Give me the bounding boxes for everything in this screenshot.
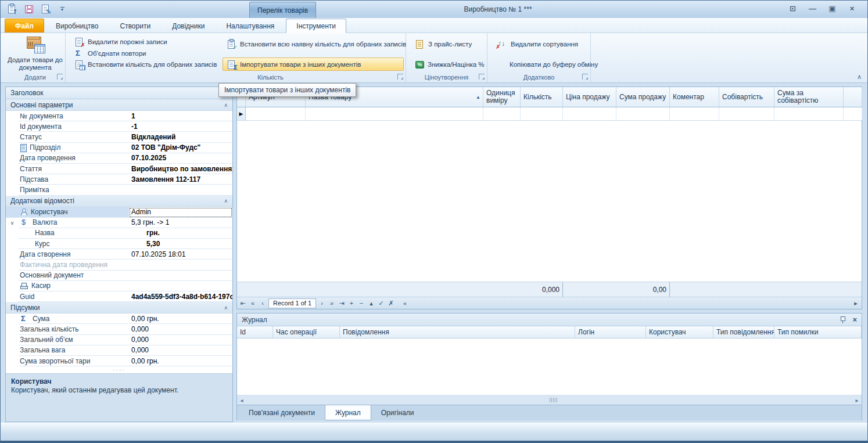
grid-cell[interactable]	[521, 107, 563, 120]
property-row-загальна-кількість[interactable]: Загальна кількість0,000	[6, 324, 232, 334]
navigator-button[interactable]: ✗	[387, 299, 395, 307]
ribbon-button-додати-товари-до-документа[interactable]: Додати товари до документа	[5, 34, 65, 71]
column-header-сума-за-собівартістю[interactable]: Сума за собівартістю	[774, 87, 844, 107]
qat-button-edit[interactable]: ✎	[39, 2, 52, 15]
tab-інструменти[interactable]: Інструменти	[286, 19, 346, 33]
journal-column-header-тип-повідомлення[interactable]: Тип повідомлення	[713, 326, 774, 338]
property-row-статус[interactable]: СтатусВідкладений	[6, 132, 232, 142]
tab-файл[interactable]: Файл	[5, 19, 44, 33]
tab-довідники[interactable]: Довідники	[162, 19, 214, 33]
property-value[interactable]: 0,000	[129, 335, 232, 345]
ribbon-button-копіювати-до-буферу-обміну[interactable]: Копіювати до буферу обміну	[492, 57, 587, 71]
grid-cell[interactable]	[246, 107, 306, 120]
property-value[interactable]: 4ad4a559-5df3-4a8d-b614-197c...	[129, 291, 232, 302]
property-value[interactable]: 0,000	[129, 345, 232, 356]
property-value[interactable]: 07.10.2025	[129, 153, 232, 164]
splitter-handle[interactable]: ····	[6, 366, 232, 373]
grid-cell[interactable]	[616, 107, 670, 120]
column-header-сума-продажу[interactable]: Сума продажу	[616, 87, 670, 107]
column-header-коментар[interactable]: Коментар	[670, 87, 719, 107]
minimize-button[interactable]: —	[806, 2, 819, 15]
tab-створити[interactable]: Створити	[110, 19, 160, 33]
property-value[interactable]: Замовлення 112-117	[129, 174, 232, 185]
property-value[interactable]: 5,3 грн. -> 1	[129, 218, 232, 228]
ribbon-button-знижка-націнка[interactable]: Знижка/Націнка %	[411, 57, 484, 71]
property-value[interactable]	[129, 260, 232, 270]
property-value[interactable]: -1	[129, 121, 232, 132]
property-row-загальна-вага[interactable]: Загальна вага0,000	[6, 345, 232, 356]
property-row-дата-проведення[interactable]: Дата проведення07.10.2025	[6, 153, 232, 164]
grid-cell[interactable]	[483, 107, 521, 120]
ribbon-collapse-icon[interactable]: ∧	[857, 73, 862, 81]
ribbon-button-об-єднати-повтори[interactable]: Об'єднати повтори	[70, 48, 218, 59]
scrollbar-thumb[interactable]	[550, 398, 558, 402]
property-row-підстава[interactable]: ПідставаЗамовлення 112-117	[6, 174, 232, 185]
property-row-сума-зворотньої-тари[interactable]: Сума зворотньої тари0,00 грн.	[6, 356, 232, 366]
navigator-button[interactable]: ▴	[367, 299, 375, 307]
property-value[interactable]	[129, 185, 232, 195]
journal-column-header-час-операції[interactable]: Час операції	[273, 326, 340, 338]
scroll-left-icon[interactable]: ◂	[400, 299, 408, 307]
document-tab[interactable]: Перелік товарів	[249, 2, 316, 18]
journal-column-header-тип-помилки[interactable]: Тип помилки	[774, 326, 862, 338]
navigator-button[interactable]: ✓	[377, 299, 385, 307]
property-row-примітка[interactable]: Примітка	[6, 185, 232, 195]
property-value[interactable]: Відкладений	[129, 132, 232, 142]
grid-cell[interactable]	[844, 107, 862, 120]
property-row-фактична-дата-проведення[interactable]: Фактична дата проведення	[6, 260, 232, 270]
property-row-курс[interactable]: Курс5,30	[6, 239, 232, 249]
row-indicator[interactable]: ▶	[237, 107, 246, 120]
property-value[interactable]: 5,30	[144, 239, 232, 249]
tab-виробництво[interactable]: Виробництво	[46, 19, 109, 33]
ribbon-button-видалити-сортування[interactable]: ✗Видалити сортування	[492, 37, 587, 51]
property-value[interactable]	[129, 281, 232, 291]
property-row-користувач[interactable]: КористувачAdmin	[6, 207, 232, 218]
grid-cell[interactable]	[774, 107, 844, 120]
navigator-button[interactable]: ⇤	[239, 299, 247, 307]
property-value[interactable]: 1	[129, 111, 232, 121]
journal-column-header-логін[interactable]: Логін	[575, 326, 646, 338]
property-value[interactable]: Виробництво по замовленнях	[129, 164, 232, 174]
property-row-сума[interactable]: Сума0,00 грн.	[6, 314, 232, 324]
navigator-button[interactable]: +	[347, 299, 356, 307]
property-value[interactable]: 0,00 грн.	[129, 356, 232, 366]
category-додаткові-відомості[interactable]: Додаткові відомості∧	[6, 196, 232, 207]
scroll-right-icon[interactable]: ▸	[852, 299, 860, 307]
tab-налаштування[interactable]: Налаштування	[216, 19, 284, 33]
ribbon-button-видалити-порожні-записи[interactable]: ✗Видалити порожні записи	[70, 36, 218, 48]
ribbon-button-встановити-всю-наявну-кількість-для-обраних-записів[interactable]: ✓Встановити всю наявну кількість для обр…	[223, 37, 404, 51]
navigator-button[interactable]: ‹	[259, 299, 267, 307]
column-header-одиниця-виміру[interactable]: Одиниця виміру	[483, 87, 521, 107]
navigator-button[interactable]: «	[249, 299, 257, 307]
grid-body[interactable]	[237, 121, 862, 282]
property-row-id-документа[interactable]: Id документа-1	[6, 121, 232, 132]
journal-column-header-повідомлення[interactable]: Повідомлення	[340, 326, 575, 338]
property-row-підрозділ[interactable]: Підрозділ02 ТОВ "Дрім-Фудс"	[6, 143, 232, 153]
close-icon[interactable]: ×	[852, 317, 857, 323]
property-value[interactable]: 0,00 грн.	[129, 314, 232, 324]
dialog-launcher-icon[interactable]	[479, 74, 485, 80]
column-header-собівартість[interactable]: Собівартість	[719, 87, 774, 107]
property-value[interactable]: 02 ТОВ "Дрім-Фудс"	[129, 143, 232, 153]
grid-cell[interactable]	[670, 107, 719, 120]
bottom-tab-оригінали[interactable]: Оригінали	[371, 405, 424, 420]
ribbon-button-з-прайс-листу[interactable]: З прайс-листу	[411, 37, 484, 51]
qat-customize-icon[interactable]: ▾	[58, 7, 66, 11]
collapse-icon[interactable]: ∧	[224, 305, 228, 311]
bottom-tab-журнал[interactable]: Журнал	[325, 405, 371, 420]
scroll-right-icon[interactable]: ▸	[852, 397, 862, 404]
collapse-icon[interactable]: ∧	[224, 102, 228, 108]
navigator-button[interactable]: −	[357, 299, 365, 307]
dialog-launcher-icon[interactable]	[57, 74, 63, 80]
journal-column-header-id[interactable]: Id	[237, 326, 273, 338]
grid-data-row[interactable]: ▶	[237, 107, 862, 121]
expand-icon[interactable]: ∨	[6, 218, 19, 228]
navigator-button[interactable]: »	[328, 299, 336, 307]
property-value[interactable]: 07.10.2025 18:01	[129, 249, 232, 260]
dialog-launcher-icon[interactable]	[397, 74, 403, 80]
property-row-загальний-об-єм[interactable]: Загальний об'єм0,000	[6, 335, 232, 345]
property-row-валюта[interactable]: ∨Валюта5,3 грн. -> 1	[6, 218, 232, 228]
column-header-кількість[interactable]: Кількість	[521, 87, 563, 107]
navigator-button[interactable]: ⇥	[338, 299, 346, 307]
category-підсумки[interactable]: Підсумки∧	[6, 302, 232, 314]
